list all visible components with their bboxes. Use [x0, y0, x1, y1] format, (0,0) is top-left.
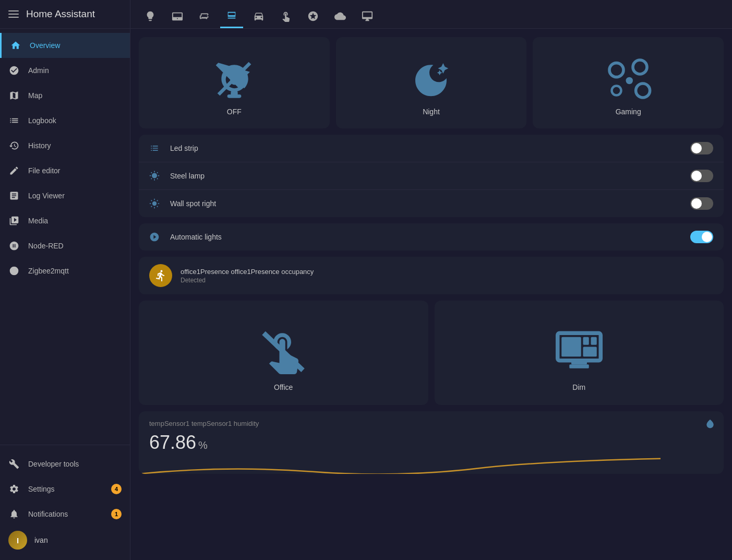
sensor-chart — [139, 448, 661, 474]
admin-icon — [8, 65, 20, 76]
room-row: Office Dim — [139, 301, 724, 405]
lights-list: Led strip Steel lamp Wall spot right — [139, 135, 724, 217]
svg-rect-13 — [583, 337, 589, 345]
room-card-dim[interactable]: Dim — [435, 301, 724, 405]
wall-spot-icon — [149, 198, 162, 209]
topbar-face-icon[interactable] — [302, 5, 325, 28]
file-editor-icon — [8, 165, 20, 176]
sidebar-item-log-viewer-label: Log Viewer — [28, 192, 65, 200]
scene-card-gaming[interactable]: Gaming — [533, 37, 724, 128]
scene-off-label: OFF — [227, 108, 242, 116]
svg-point-6 — [636, 84, 650, 98]
dev-tools-icon — [8, 458, 20, 470]
map-icon — [8, 90, 20, 101]
settings-badge: 4 — [111, 484, 122, 494]
svg-point-4 — [609, 63, 623, 77]
sidebar-item-logbook[interactable]: Logbook — [0, 108, 130, 133]
menu-icon[interactable] — [8, 10, 19, 18]
sidebar-item-media[interactable]: Media — [0, 208, 130, 233]
topbar-display-icon[interactable] — [356, 5, 379, 28]
sidebar-item-file-editor[interactable]: File editor — [0, 158, 130, 183]
auto-lights-toggle[interactable] — [690, 231, 713, 243]
sidebar-item-overview[interactable]: Overview — [0, 33, 130, 58]
sidebar-item-node-red[interactable]: Node-RED — [0, 233, 130, 258]
logbook-icon — [8, 115, 20, 126]
svg-rect-12 — [561, 337, 581, 357]
sensor-card-humidity[interactable]: tempSensor1 tempSensor1 humidity 67.86 % — [139, 411, 724, 474]
wall-spot-toggle[interactable] — [690, 197, 713, 210]
led-strip-icon — [149, 143, 162, 153]
sidebar-item-file-editor-label: File editor — [28, 166, 60, 175]
sidebar-item-map-label: Map — [28, 91, 42, 100]
sidebar-item-zigbee2mqtt-label: Zigbee2mqtt — [28, 267, 69, 275]
automation-item-auto-lights: Automatic lights — [139, 223, 724, 251]
svg-rect-3 — [227, 94, 241, 98]
auto-lights-icon — [149, 232, 162, 242]
scene-night-icon — [407, 55, 454, 102]
topbar-bulb-icon[interactable] — [139, 5, 162, 28]
scene-card-night[interactable]: Night — [336, 37, 527, 128]
presence-status: Detected — [181, 277, 314, 284]
sidebar-item-developer-tools[interactable]: Developer tools — [0, 451, 130, 476]
house-icon — [10, 40, 21, 51]
scene-night-label: Night — [423, 108, 440, 116]
sidebar-item-overview-label: Overview — [30, 41, 60, 50]
svg-point-5 — [633, 60, 647, 74]
room-dim-icon — [553, 325, 605, 377]
topbar-car-icon[interactable] — [247, 5, 270, 28]
topbar-sofa-icon[interactable] — [193, 5, 216, 28]
wall-spot-label: Wall spot right — [170, 199, 682, 208]
settings-icon — [8, 483, 20, 495]
topbar-monitor-icon[interactable] — [220, 5, 243, 28]
room-dim-label: Dim — [572, 383, 585, 391]
main-content: OFF Night — [130, 0, 732, 560]
room-card-office[interactable]: Office — [139, 301, 428, 405]
topbar-cloud-icon[interactable] — [329, 5, 352, 28]
svg-rect-14 — [591, 337, 596, 345]
scene-row: OFF Night — [139, 37, 724, 128]
presence-title: office1Presence office1Presence occupanc… — [181, 268, 314, 276]
automations-list: Automatic lights — [139, 223, 724, 251]
sensor-title: tempSensor1 tempSensor1 humidity — [149, 420, 713, 427]
steel-lamp-toggle[interactable] — [690, 170, 713, 182]
humidity-icon — [705, 419, 715, 429]
topbar-tablet-icon[interactable] — [166, 5, 189, 28]
led-strip-toggle[interactable] — [690, 142, 713, 154]
room-office-icon — [257, 325, 309, 377]
sidebar-item-settings[interactable]: Settings 4 — [0, 476, 130, 502]
sidebar-item-history-label: History — [28, 141, 51, 150]
scene-card-off[interactable]: OFF — [139, 37, 330, 128]
svg-point-9 — [152, 201, 157, 206]
svg-rect-16 — [571, 361, 587, 365]
svg-rect-17 — [569, 364, 589, 368]
sidebar-item-notifications[interactable]: Notifications 1 — [0, 502, 130, 527]
sidebar: Home Assistant Overview Admin Map — [0, 0, 130, 560]
sidebar-item-log-viewer[interactable]: Log Viewer — [0, 183, 130, 208]
media-icon — [8, 215, 20, 227]
scene-gaming-icon — [605, 55, 652, 102]
topbar-hand-icon[interactable] — [274, 5, 297, 28]
led-strip-label: Led strip — [170, 144, 682, 152]
scene-gaming-label: Gaming — [616, 108, 641, 116]
content-area: OFF Night — [130, 29, 732, 560]
auto-lights-label: Automatic lights — [170, 233, 682, 241]
sidebar-item-logbook-label: Logbook — [28, 116, 56, 125]
sidebar-item-admin-label: Admin — [28, 66, 49, 75]
log-viewer-icon — [8, 190, 20, 201]
sidebar-header: Home Assistant — [0, 0, 130, 29]
bell-icon — [8, 508, 20, 520]
light-item-steel-lamp: Steel lamp — [139, 162, 724, 190]
sidebar-item-map[interactable]: Map — [0, 83, 130, 108]
steel-lamp-label: Steel lamp — [170, 172, 682, 180]
presence-card[interactable]: office1Presence office1Presence occupanc… — [139, 257, 724, 294]
svg-point-8 — [626, 77, 633, 84]
scene-off-icon — [211, 55, 258, 102]
sidebar-item-admin[interactable]: Admin — [0, 58, 130, 83]
user-item[interactable]: I ivan — [0, 527, 130, 554]
history-icon — [8, 140, 20, 151]
sidebar-item-history[interactable]: History — [0, 133, 130, 158]
zigbee-icon — [8, 265, 20, 277]
avatar: I — [8, 531, 27, 550]
sidebar-item-zigbee2mqtt[interactable]: Zigbee2mqtt — [0, 258, 130, 283]
svg-point-7 — [612, 86, 621, 95]
